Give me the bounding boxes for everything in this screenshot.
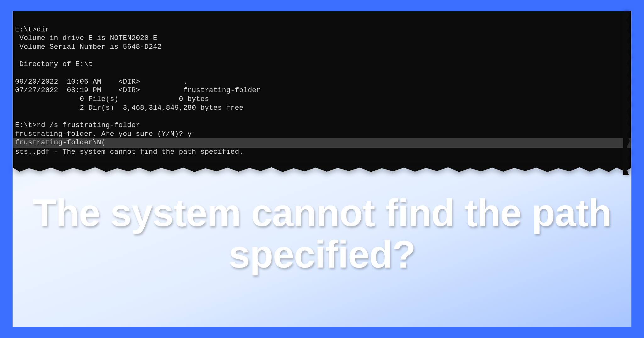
- terminal-line: 2 Dir(s) 3,468,314,849,280 bytes free: [15, 104, 243, 112]
- terminal-screenshot: E:\t>dir Volume in drive E is NOTEN2020-…: [13, 11, 631, 175]
- terminal-line: frustrating-folder, Are you sure (Y/N)? …: [15, 130, 192, 138]
- torn-edge-bottom: [13, 166, 631, 175]
- terminal-line: Volume in drive E is NOTEN2020-E: [15, 34, 157, 42]
- terminal-line-highlighted: frustrating-folder\N(: [13, 138, 631, 148]
- headline-text: The system cannot find the path specifie…: [13, 192, 631, 275]
- terminal-line: 09/20/2022 10:06 AM <DIR> .: [15, 78, 187, 86]
- torn-edge-right: [623, 11, 631, 175]
- terminal-line: 07/27/2022 08:19 PM <DIR> frustrating-fo…: [15, 86, 261, 94]
- terminal-line: Directory of E:\t: [15, 60, 93, 68]
- graphic-frame: E:\t>dir Volume in drive E is NOTEN2020-…: [13, 11, 631, 327]
- terminal-line: 0 File(s) 0 bytes: [15, 95, 209, 103]
- terminal-line: E:\t>rd /s frustrating-folder: [15, 121, 140, 129]
- terminal-line: Volume Serial Number is 5648-D242: [15, 43, 162, 51]
- terminal-line-text: frustrating-folder\N(: [15, 138, 106, 147]
- terminal-line: E:\t>dir: [15, 25, 50, 34]
- terminal-output: E:\t>dir Volume in drive E is NOTEN2020-…: [13, 11, 631, 166]
- terminal-line: sts..pdf - The system cannot find the pa…: [15, 148, 243, 156]
